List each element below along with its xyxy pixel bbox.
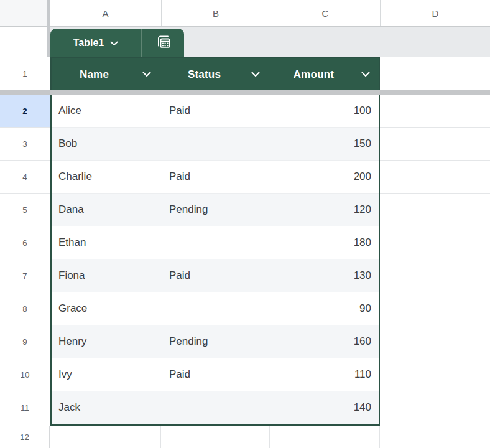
column-header-a[interactable]: A	[50, 0, 161, 26]
row-header[interactable]: 5	[0, 194, 50, 226]
header-cell-status[interactable]: Status	[161, 58, 270, 90]
cell-empty-d[interactable]	[380, 325, 490, 358]
cell-name[interactable]: Grace	[50, 292, 161, 325]
select-all-corner[interactable]	[0, 0, 50, 26]
row-header[interactable]: 7	[0, 259, 50, 292]
cell-name[interactable]: Fiona	[50, 259, 161, 292]
cell-d1[interactable]	[380, 57, 490, 90]
cell-amount[interactable]: 100	[270, 95, 380, 127]
column-dropdown-chevron-icon[interactable]	[247, 72, 264, 77]
row-header[interactable]: 9	[0, 325, 50, 358]
cell-status[interactable]	[161, 292, 270, 325]
sheet-row: 6 Ethan 180	[0, 226, 490, 259]
row-header[interactable]: 6	[0, 226, 50, 259]
cell-amount[interactable]: 120	[270, 194, 380, 226]
cell-empty-d[interactable]	[380, 292, 490, 325]
cell-name[interactable]: Alice	[50, 95, 161, 127]
table-row-segment: Henry Pending 160	[50, 325, 380, 358]
cell-name[interactable]: Jack	[50, 391, 161, 424]
column-dropdown-chevron-icon[interactable]	[139, 72, 155, 77]
cell-amount[interactable]: 130	[270, 259, 380, 292]
table-options-button[interactable]	[142, 29, 184, 57]
cell-c12[interactable]	[270, 426, 380, 448]
row-number: 6	[22, 238, 27, 248]
cell-name[interactable]: Charlie	[50, 161, 161, 193]
row-number: 5	[22, 205, 27, 215]
cell-status[interactable]: Pending	[161, 325, 270, 358]
column-header-b[interactable]: B	[161, 0, 270, 26]
table-name-chip: Table1	[50, 29, 184, 57]
cell-name[interactable]: Ivy	[50, 358, 161, 391]
cell-amount[interactable]: 150	[270, 128, 380, 160]
cell-status[interactable]: Paid	[161, 259, 270, 292]
frozen-row-divider[interactable]	[0, 90, 490, 95]
cell-amount[interactable]: 140	[270, 391, 380, 424]
table-header-row: 1 Name Status Amount	[0, 57, 490, 90]
cell-status[interactable]	[161, 128, 270, 160]
table-row-segment: Fiona Paid 130	[50, 259, 380, 292]
row-header-12[interactable]: 12	[0, 426, 50, 448]
cell-d12[interactable]	[380, 426, 490, 448]
sheet-row-12: 12	[0, 426, 490, 448]
table-header-cells: Name Status Amount	[50, 57, 380, 90]
cell-name[interactable]: Henry	[50, 325, 161, 358]
header-label-amount: Amount	[270, 68, 358, 81]
cell-amount[interactable]: 110	[270, 358, 380, 391]
cell-empty-d[interactable]	[380, 259, 490, 292]
cell-status[interactable]	[161, 226, 270, 259]
cell-empty-d[interactable]	[380, 194, 490, 226]
cell-status[interactable]: Paid	[161, 161, 270, 193]
cell-a12[interactable]	[50, 426, 161, 448]
table-row-segment: Ivy Paid 110	[50, 358, 380, 391]
header-label-name: Name	[50, 68, 139, 81]
column-header-c[interactable]: C	[270, 0, 380, 26]
data-rows: 2 Alice Paid 100 3 Bob 150 4 Charlie Pai…	[0, 95, 490, 424]
sheet-row: 11 Jack 140	[0, 391, 490, 424]
cell-amount[interactable]: 160	[270, 325, 380, 358]
cell-empty-d[interactable]	[380, 161, 490, 194]
cell-name[interactable]: Bob	[50, 128, 161, 160]
cell-empty-d[interactable]	[380, 128, 490, 161]
cell-empty-d[interactable]	[380, 391, 490, 424]
sheet-row: 4 Charlie Paid 200	[0, 161, 490, 194]
sheet-row: 2 Alice Paid 100	[0, 95, 490, 128]
row-number: 11	[21, 403, 29, 413]
table-icon	[155, 33, 172, 53]
cell-status[interactable]: Paid	[161, 95, 270, 127]
row-header[interactable]: 4	[0, 161, 50, 194]
row-header[interactable]: 2	[0, 95, 50, 128]
table-border-left	[50, 57, 52, 426]
header-cell-name[interactable]: Name	[50, 58, 161, 90]
header-label-status: Status	[161, 68, 247, 81]
row-header[interactable]: 11	[0, 391, 50, 424]
chevron-down-icon	[110, 37, 118, 49]
cell-amount[interactable]: 200	[270, 161, 380, 193]
row-header[interactable]: 3	[0, 128, 50, 161]
column-header-d[interactable]: D	[380, 0, 490, 26]
row-header[interactable]: 8	[0, 292, 50, 325]
cell-status[interactable]: Paid	[161, 358, 270, 391]
cell-empty-d[interactable]	[380, 95, 490, 128]
sheet-row: 9 Henry Pending 160	[0, 325, 490, 358]
row-number: 4	[22, 172, 27, 182]
cell-status[interactable]: Pending	[161, 194, 270, 226]
header-cell-amount[interactable]: Amount	[270, 58, 380, 90]
cell-name[interactable]: Dana	[50, 194, 161, 226]
cell-empty-d[interactable]	[380, 226, 490, 259]
table-row-segment: Charlie Paid 200	[50, 161, 380, 194]
cell-name[interactable]: Ethan	[50, 226, 161, 259]
cell-amount[interactable]: 90	[270, 292, 380, 325]
row-header-1[interactable]: 1	[0, 57, 50, 90]
row-header[interactable]: 10	[0, 358, 50, 391]
cell-b12[interactable]	[161, 426, 270, 448]
row-number: 7	[22, 271, 27, 281]
row-number: 3	[22, 139, 27, 149]
sheet-row: 3 Bob 150	[0, 128, 490, 161]
row-number: 2	[22, 106, 27, 116]
column-dropdown-chevron-icon[interactable]	[358, 72, 374, 77]
cell-status[interactable]	[161, 391, 270, 424]
cell-amount[interactable]: 180	[270, 226, 380, 259]
cell-empty-d[interactable]	[380, 358, 490, 391]
table-border-right	[379, 57, 380, 426]
table-name-menu-button[interactable]: Table1	[50, 29, 141, 57]
